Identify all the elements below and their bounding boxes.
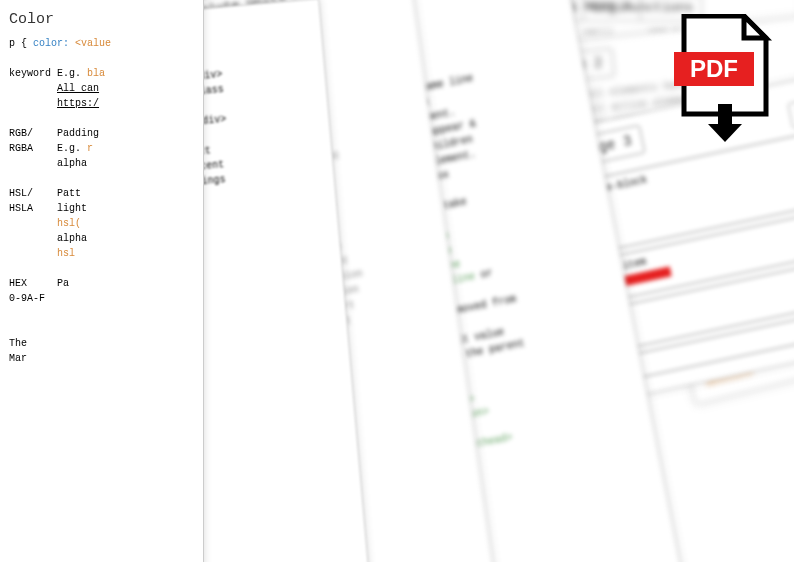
media-heading: Media Que xyxy=(787,85,794,128)
sheet-color: Color p { color: <value keyword E.g. bla… xyxy=(0,0,204,562)
color-title: Color xyxy=(9,9,54,32)
color-body: p { color: <value keyword E.g. bla All c… xyxy=(9,36,189,366)
pdf-file-icon: PDF xyxy=(674,14,774,144)
pdf-download-icon[interactable]: PDF xyxy=(674,14,774,144)
svg-rect-2 xyxy=(718,104,732,126)
svg-text:PDF: PDF xyxy=(690,55,738,82)
